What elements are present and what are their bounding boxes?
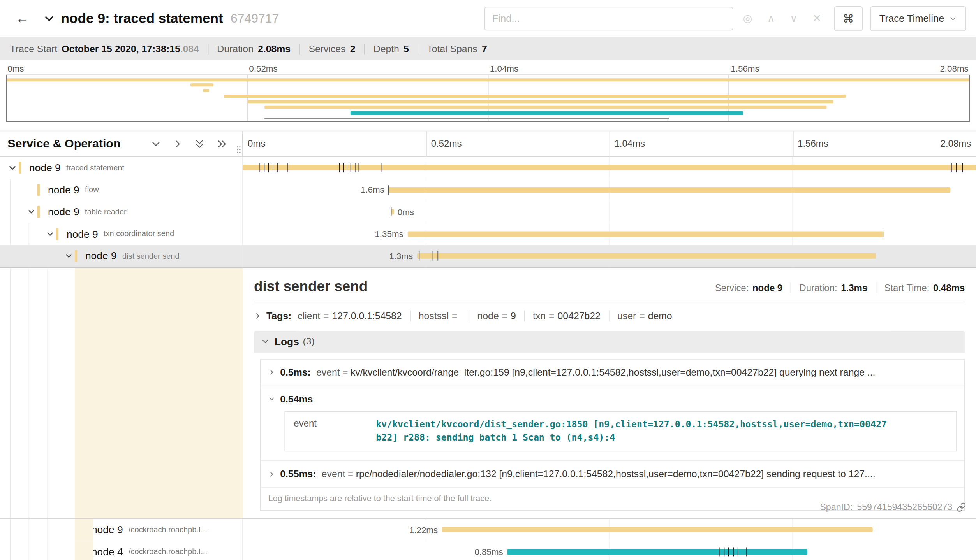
selected-span-band	[75, 541, 93, 560]
log-entry-toggle[interactable]: 0.54ms	[268, 393, 957, 405]
span-detail-panel: dist sender send Service:node 9 Duration…	[243, 268, 976, 518]
span-bar[interactable]	[389, 187, 950, 192]
collapse-all-icon[interactable]	[195, 139, 204, 149]
chevron-down-icon	[949, 15, 957, 22]
log-marker	[962, 163, 963, 172]
log-entry-toggle[interactable]: 0.55ms: event=rpc/nodedialer/nodedialer.…	[268, 468, 957, 479]
span-row-cockroach-roachpb-n9[interactable]: node 9 /cockroach.roachpb.I... 1.22ms	[0, 519, 976, 541]
trace-id: 6749717	[231, 11, 279, 26]
next-match-icon[interactable]: ∨	[790, 13, 798, 24]
collapse-chevron-icon[interactable]	[25, 208, 37, 216]
selected-span-band	[75, 268, 243, 518]
expand-one-icon[interactable]	[173, 139, 182, 148]
collapse-one-icon[interactable]	[151, 139, 160, 148]
log-marker	[340, 163, 340, 172]
span-row-flow[interactable]: node 9 flow 1.6ms	[0, 179, 976, 201]
span-row-cockroach-roachpb-n4[interactable]: node 4 /cockroach.roachpb.I... 0.85ms	[0, 541, 976, 560]
log-marker	[277, 163, 278, 172]
timeline-header: Service & Operation 0ms	[0, 131, 976, 157]
span-bar-track[interactable]: 0ms	[243, 201, 976, 223]
span-bar-track[interactable]: 1.35ms	[243, 223, 976, 245]
span-bar-track[interactable]	[243, 157, 976, 179]
minimap-tick-label: 1.04ms	[490, 63, 518, 74]
log-marker	[956, 163, 957, 172]
chevron-right-icon	[254, 312, 261, 319]
indent-guide	[10, 519, 11, 541]
log-marker	[951, 163, 952, 172]
indent-guide	[10, 223, 11, 245]
span-bar[interactable]	[442, 527, 872, 532]
summary-total-spans: Total Spans7	[418, 43, 487, 54]
indent-guide	[29, 519, 30, 541]
indent-guide	[47, 541, 48, 560]
minimap-span-bar	[190, 83, 213, 86]
tag-item: hostssl=	[410, 310, 460, 321]
log-marker	[747, 547, 747, 556]
log-marker	[738, 547, 738, 556]
minimap-span-bar	[7, 78, 969, 81]
view-select-dropdown[interactable]: Trace Timeline	[870, 6, 966, 31]
log-marker	[347, 163, 348, 172]
expand-all-icon[interactable]	[217, 139, 227, 148]
match-highlight-icon[interactable]: ◎	[743, 13, 752, 24]
span-duration-label: 1.22ms	[409, 525, 438, 535]
log-field-value: kv/kvclient/kvcoord/dist_sender.go:1850 …	[367, 411, 898, 451]
span-bar-track[interactable]: 1.6ms	[243, 179, 976, 201]
span-detail-meta: Service:node 9 Duration:1.3ms Start Time…	[715, 282, 965, 293]
span-bar[interactable]	[243, 165, 976, 170]
span-detail-title: dist sender send	[254, 278, 368, 295]
tags-row[interactable]: Tags: client=127.0.0.1:54582 hostssl= no…	[254, 310, 965, 321]
span-rows: node 9 traced statement node 9 flow 1.6m…	[0, 157, 976, 560]
collapse-chevron-icon[interactable]	[6, 163, 19, 172]
clear-search-icon[interactable]: ✕	[812, 13, 821, 24]
find-input[interactable]	[484, 7, 733, 30]
log-entry: 0.55ms: event=rpc/nodedialer/nodedialer.…	[261, 461, 964, 488]
chevron-down-icon	[268, 395, 275, 402]
collapse-chevron-icon[interactable]	[44, 230, 56, 238]
span-duration-label: 0.85ms	[474, 547, 503, 557]
logs-accordion-header[interactable]: Logs (3)	[254, 330, 965, 352]
log-entry: 0.5ms: event=kv/kvclient/kvcoord/range_i…	[261, 359, 964, 386]
log-marker	[260, 163, 261, 172]
span-bar[interactable]	[417, 253, 876, 258]
service-operation-title: Service & Operation	[7, 137, 120, 151]
indent-guide	[10, 268, 11, 518]
span-operation: /cockroach.roachpb.I...	[129, 525, 207, 534]
log-fields-table: event kv/kvclient/kvcoord/dist_sender.go…	[284, 411, 957, 452]
indent-guide	[10, 245, 11, 267]
timeline-ruler: 0ms 0.52ms 1.04ms 1.56ms 2.08ms	[243, 131, 976, 156]
span-bar-track[interactable]: 1.22ms	[243, 519, 976, 541]
selected-span-band	[75, 519, 93, 541]
collapse-title-chevron-icon[interactable]	[44, 13, 55, 24]
log-marker	[883, 229, 884, 239]
span-bar[interactable]	[408, 231, 884, 237]
span-row-table-reader[interactable]: node 9 table reader 0ms	[0, 201, 976, 223]
span-bar-track[interactable]: 0.85ms	[243, 541, 976, 560]
log-marker	[719, 547, 719, 556]
span-row-traced-statement[interactable]: node 9 traced statement	[0, 157, 976, 179]
ruler-tick-label: 2.08ms	[941, 138, 971, 149]
minimap-canvas[interactable]	[6, 75, 970, 122]
span-bar[interactable]	[507, 549, 807, 554]
summary-depth: Depth5	[364, 43, 409, 54]
minimap-tick-label: 2.08ms	[940, 63, 968, 74]
span-duration-label: 1.6ms	[361, 185, 384, 195]
log-timestamp: 0.55ms:	[280, 468, 316, 479]
keyboard-shortcuts-button[interactable]: ⌘	[834, 6, 863, 31]
link-icon[interactable]	[957, 502, 966, 512]
back-button[interactable]: ←	[10, 6, 35, 31]
log-marker	[351, 163, 351, 172]
collapse-chevron-icon[interactable]	[62, 252, 75, 260]
span-detail-header: dist sender send Service:node 9 Duration…	[254, 278, 965, 295]
log-marker	[728, 547, 729, 556]
prev-match-icon[interactable]: ∧	[767, 13, 775, 24]
column-resize-grip[interactable]	[236, 146, 241, 154]
span-row-dist-sender-send[interactable]: node 9 dist sender send 1.3ms	[0, 245, 976, 267]
span-row-txn-coordinator-send[interactable]: node 9 txn coordinator send 1.35ms	[0, 223, 976, 245]
log-marker	[359, 163, 359, 172]
span-id-value: 5597415943526560273	[857, 502, 952, 512]
span-bar-track[interactable]: 1.3ms	[243, 245, 976, 267]
indent-guide	[47, 245, 48, 267]
ruler-tick-label: 0ms	[248, 138, 265, 149]
log-entry-toggle[interactable]: 0.5ms: event=kv/kvclient/kvcoord/range_i…	[268, 367, 957, 378]
